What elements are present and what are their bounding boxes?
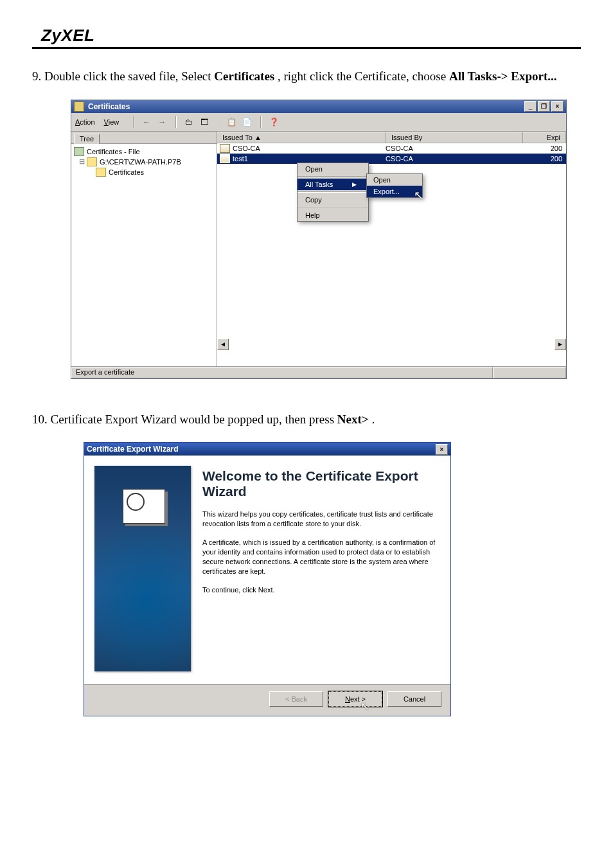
cert-row-selected[interactable]: test1 CSO-CA 200 <box>217 154 566 164</box>
submenu-caret-icon: ▶ <box>352 181 357 188</box>
ctx-sub-export-label: Export... <box>373 188 400 195</box>
ctx-all-tasks-label: All Tasks <box>305 181 333 188</box>
wizard-p2: A certificate, which is issued by a cert… <box>202 538 438 576</box>
tree-leaf-label: Certificates <box>109 168 144 176</box>
wizard-close-button[interactable]: × <box>436 444 448 455</box>
cancel-button[interactable]: Cancel <box>387 691 441 707</box>
action-menu[interactable]: Action <box>75 118 95 126</box>
folder-open-icon <box>96 168 106 177</box>
step-10-text: 10. Certificate Export Wizard would be p… <box>32 411 581 429</box>
back-button[interactable]: ← <box>139 115 154 129</box>
cert-name: CSO-CA <box>233 145 260 152</box>
step10-suffix: . <box>371 412 375 426</box>
col-issued-by[interactable]: Issued By <box>386 132 523 143</box>
cert-by: CSO-CA <box>383 145 530 152</box>
expander-icon[interactable]: ⊟ <box>76 157 87 166</box>
console-root-icon <box>74 147 84 156</box>
certificate-icon <box>220 144 230 153</box>
title-bar: Certificates _ ❐ × <box>71 100 566 113</box>
ctx-sub-export[interactable]: Export... <box>367 186 422 197</box>
status-extra <box>493 367 566 378</box>
ctx-sub-open[interactable]: Open <box>367 174 422 186</box>
cert-exp: 200 <box>530 155 566 163</box>
tree-node-label: G:\CERT\ZWA-PATH.P7B <box>100 158 181 166</box>
ctx-all-tasks[interactable]: All Tasks ▶ <box>298 179 368 190</box>
minimize-button[interactable]: _ <box>524 101 537 112</box>
close-button[interactable]: × <box>551 101 564 112</box>
cert-by: CSO-CA <box>383 155 530 163</box>
wizard-heading: Welcome to the Certificate Export Wizard <box>202 468 438 499</box>
next-button[interactable]: Next > <box>328 691 382 707</box>
step9-bold2: All Tasks-> Export... <box>449 69 557 83</box>
col-expiration[interactable]: Expi <box>523 132 566 143</box>
help-icon[interactable]: ❓ <box>267 115 281 129</box>
cert-row[interactable]: CSO-CA CSO-CA 200 <box>217 143 566 154</box>
list-pane: Issued To ▲ Issued By Expi CSO-CA CSO-CA… <box>217 132 566 366</box>
app-icon <box>74 102 84 112</box>
certificates-window: Certificates _ ❐ × Action View ← → 🗀 🗔 📋… <box>71 100 567 379</box>
wizard-side-image <box>94 466 191 671</box>
tree-root-label: Certificates - File <box>87 148 140 155</box>
back-button: < Back <box>269 691 323 707</box>
cert-exp: 200 <box>530 145 566 152</box>
scroll-left-button[interactable]: ◄ <box>217 339 229 350</box>
wizard-p1: This wizard helps you copy certificates,… <box>202 509 438 529</box>
properties-button[interactable]: 🗔 <box>197 115 211 129</box>
step9-bold1: Certificates <box>214 69 274 83</box>
ctx-help[interactable]: Help <box>298 209 368 221</box>
col-issued-to[interactable]: Issued To ▲ <box>217 132 386 143</box>
step-9-text: 9. Double click the saved file, Select C… <box>32 68 581 85</box>
certificate-icon <box>220 154 230 163</box>
certificate-export-wizard: Certificate Export Wizard × Welcome to t… <box>84 442 451 716</box>
cert-name: test1 <box>233 155 248 163</box>
window-title: Certificates <box>88 102 130 111</box>
wizard-title: Certificate Export Wizard <box>87 445 179 454</box>
tree-tab[interactable]: Tree <box>74 134 100 144</box>
forward-button[interactable]: → <box>155 115 169 129</box>
tree-root[interactable]: Certificates - File <box>73 146 215 157</box>
ctx-copy[interactable]: Copy <box>298 194 368 206</box>
step9-prefix: 9. Double click the saved file, Select <box>32 69 214 83</box>
tree-pane: Tree Certificates - File ⊟ G:\CERT\ZWA-P… <box>71 132 217 366</box>
menu-toolbar: Action View ← → 🗀 🗔 📋 📄 ❓ <box>71 113 566 132</box>
tree-leaf[interactable]: Certificates <box>73 167 215 177</box>
brand-name: ZyXEL <box>41 26 581 46</box>
wizard-p3: To continue, click Next. <box>202 585 438 595</box>
copy-button[interactable]: 📋 <box>224 115 238 129</box>
scroll-right-button[interactable]: ► <box>555 339 566 350</box>
context-submenu: Open Export... <box>366 173 423 198</box>
header-rule <box>32 47 581 49</box>
status-bar: Export a certificate <box>71 366 566 378</box>
ctx-open[interactable]: Open <box>298 163 368 175</box>
step10-bold: Next> <box>337 412 369 426</box>
maximize-button[interactable]: ❐ <box>538 101 550 112</box>
folder-icon <box>87 157 97 166</box>
status-text: Export a certificate <box>71 367 493 378</box>
tree-node[interactable]: ⊟ G:\CERT\ZWA-PATH.P7B <box>73 157 215 167</box>
step10-prefix: 10. Certificate Export Wizard would be p… <box>32 412 337 426</box>
export-list-button[interactable]: 📄 <box>240 115 254 129</box>
up-button[interactable]: 🗀 <box>182 115 196 129</box>
view-menu[interactable]: View <box>104 118 120 126</box>
wizard-title-bar: Certificate Export Wizard × <box>84 443 450 456</box>
context-menu: Open All Tasks ▶ Copy Help <box>297 163 369 222</box>
step9-mid: , right click the Certificate, choose <box>278 69 449 83</box>
